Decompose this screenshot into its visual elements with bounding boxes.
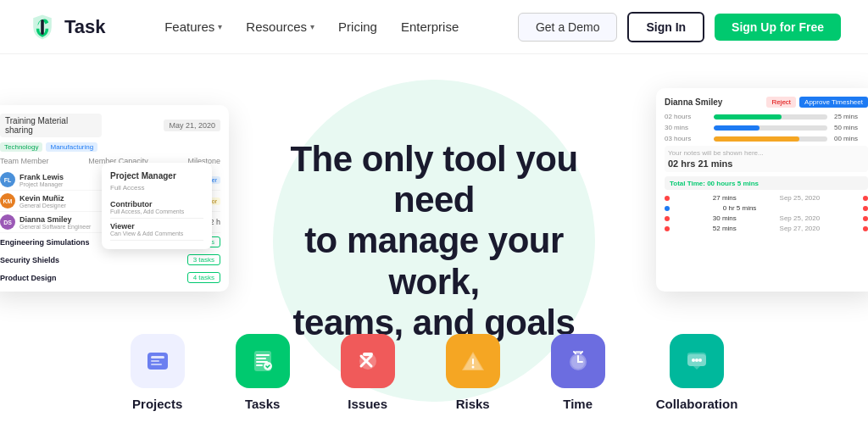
svg-point-14 [471, 366, 474, 369]
feature-label: Projects [132, 397, 182, 411]
svg-rect-3 [151, 360, 159, 362]
task-date: Sep 27, 2020 [780, 225, 821, 232]
rp-total: Total Time: 00 hours 5 mins [665, 176, 868, 190]
time-row: 03 hours 00 mins [665, 135, 868, 142]
task-dot-icon [665, 206, 670, 211]
risks-icon-wrap [446, 334, 500, 388]
svg-rect-6 [256, 354, 270, 356]
time-label: 30 mins [665, 124, 707, 131]
nav-enterprise[interactable]: Enterprise [401, 19, 459, 34]
approve-button[interactable]: Approve Time­sheet [799, 97, 868, 108]
task-date: Sep 25, 2020 [780, 194, 821, 202]
task-remove-icon[interactable] [863, 226, 868, 231]
tasks-icon [249, 347, 276, 375]
feature-label: Issues [348, 397, 387, 411]
nav-links: Features ▾ Resources ▾ Pricing Enterpris… [164, 19, 459, 34]
sign-in-button[interactable]: Sign In [627, 12, 704, 42]
reject-button[interactable]: Reject [766, 97, 796, 108]
time-val: 00 mins [834, 135, 868, 142]
popup-title: Project Manager [110, 171, 203, 181]
nav-features[interactable]: Features ▾ [164, 19, 222, 34]
section-btn[interactable]: 3 tasks [187, 254, 220, 265]
feature-label: Time [563, 397, 593, 411]
list-item[interactable]: Viewer Can View & Add Comments [110, 219, 203, 241]
collaboration-icon [683, 347, 710, 375]
table-row: 27 mins Sep 25, 2020 [665, 194, 868, 202]
rp-action-buttons: Reject Approve Time­sheet [766, 97, 868, 108]
get-demo-button[interactable]: Get a Demo [518, 13, 617, 42]
feature-label: Collaboration [656, 397, 738, 411]
sign-up-button[interactable]: Sign Up for Free [715, 14, 841, 41]
time-bar [714, 114, 827, 120]
role-desc: Full Access, Add Comments [110, 208, 203, 214]
time-val: 50 mins [834, 124, 868, 131]
time-row: 30 mins 50 mins [665, 124, 868, 131]
member-name: Frank Lewis [19, 173, 64, 181]
tag-technology: Technology [0, 142, 42, 152]
popup-sub: Full Access [110, 184, 203, 192]
section-row: Product Design 4 tasks [0, 269, 220, 286]
left-panel: Training Material sharing May 21, 2020 T… [0, 105, 229, 292]
time-val: 25 mins [834, 113, 868, 120]
svg-rect-2 [151, 356, 164, 359]
section-name: Product Design [0, 274, 57, 282]
task-duration: 52 mins [713, 225, 737, 232]
section-btn[interactable]: 4 tasks [187, 272, 220, 283]
rp-user-name: Dianna Smiley [665, 97, 722, 107]
avatar: KM [0, 193, 15, 208]
svg-rect-7 [256, 358, 266, 359]
tag-manufacturing: Manufacturing [46, 142, 97, 152]
task-duration: 27 mins [713, 194, 737, 202]
avatar: FL [0, 172, 15, 187]
time-bar [714, 136, 827, 142]
task-date: May 21, 2020 [164, 120, 220, 131]
nav-pricing[interactable]: Pricing [338, 19, 377, 34]
role-desc: Can View & Add Comments [110, 231, 203, 236]
table-row: 30 mins Sep 25, 2020 [665, 214, 868, 222]
task-duration: 30 mins [713, 214, 737, 222]
member-role: Project Manager [19, 181, 64, 187]
task-date: Sep 25, 2020 [780, 214, 821, 222]
task-remove-icon[interactable] [863, 206, 868, 211]
collaboration-icon-wrap [670, 334, 724, 388]
hero-headline: The only tool you need to manage your wo… [256, 139, 612, 343]
feature-risks[interactable]: Risks [446, 334, 500, 411]
projects-icon-wrap [131, 334, 185, 388]
feature-issues[interactable]: Issues [341, 334, 395, 411]
rp-task-list: 27 mins Sep 25, 2020 0 hr 5 mins 30 mins… [665, 194, 868, 232]
nav-resources[interactable]: Resources ▾ [246, 19, 314, 34]
avatar: DS [0, 214, 15, 230]
list-item[interactable]: Contributor Full Access, Add Comments [110, 197, 203, 219]
tasks-icon-wrap [236, 334, 290, 388]
role-name: Viewer [110, 222, 203, 231]
navbar: Task Features ▾ Resources ▾ Pricing Ente… [0, 0, 868, 54]
member-role: General Designer [19, 203, 66, 208]
task-remove-icon[interactable] [863, 216, 868, 221]
task-title-input[interactable]: Training Material sharing [0, 114, 102, 137]
rp-notes: Your notes will be shown here... 02 hrs … [665, 146, 868, 172]
logo-icon [27, 12, 58, 42]
logo[interactable]: Task [27, 12, 106, 42]
svg-point-19 [692, 359, 695, 362]
feature-projects[interactable]: Projects [131, 334, 185, 411]
svg-rect-4 [151, 364, 162, 365]
feature-time[interactable]: Time [551, 334, 605, 411]
svg-rect-17 [575, 351, 581, 353]
feature-collaboration[interactable]: Collaboration [656, 334, 738, 411]
task-remove-icon[interactable] [863, 196, 868, 201]
task-dot-icon [665, 216, 670, 221]
risks-icon [459, 347, 487, 375]
svg-rect-0 [41, 19, 44, 35]
time-bar [714, 125, 827, 131]
resources-chevron-icon: ▾ [310, 22, 314, 31]
time-label: 02 hours [665, 113, 707, 120]
section-name: Engineering Simulations [0, 238, 90, 247]
issues-icon [354, 347, 381, 375]
right-panel: Dianna Smiley Reject Approve Time­sheet … [656, 88, 868, 292]
member-name: Dianna Smiley [19, 215, 91, 224]
members-header-label: Team Member [0, 157, 49, 165]
feature-tasks[interactable]: Tasks [236, 334, 290, 411]
projects-icon [144, 347, 171, 375]
nav-actions: Get a Demo Sign In Sign Up for Free [518, 12, 841, 42]
role-name: Contributor [110, 200, 203, 208]
